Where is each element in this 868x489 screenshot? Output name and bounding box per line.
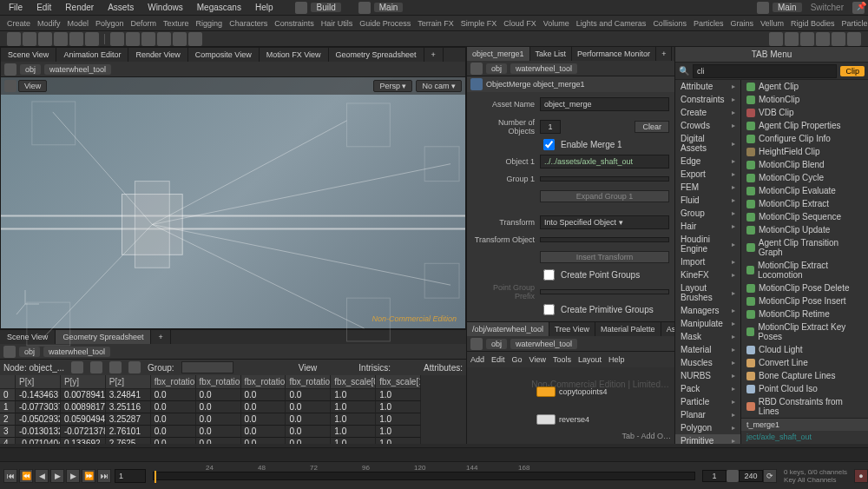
crumb-node[interactable]: waterwheel_tool (510, 339, 577, 349)
lock-icon[interactable] (727, 470, 739, 482)
tab-matpal[interactable]: Material Palette (595, 322, 661, 336)
column-header[interactable]: fbx_rotation[… (151, 375, 196, 389)
tabmenu-item[interactable]: HeightField Clip (741, 145, 868, 158)
tabmenu-item[interactable]: Configure Clip Info (741, 132, 868, 145)
tab-scene-view[interactable]: Scene View (1, 48, 56, 62)
menu-view[interactable]: View (529, 355, 546, 364)
realtime-toggle[interactable]: ⟳ (763, 469, 777, 483)
transform-object-value[interactable] (540, 237, 669, 242)
shelf-item[interactable]: Modify (34, 19, 64, 28)
column-header[interactable]: fbx_rotation[1] (196, 375, 241, 389)
autokey-button[interactable]: ● (854, 469, 868, 483)
category-item[interactable]: Pack▸ (675, 382, 740, 395)
tab-mfx[interactable]: Motion FX View (260, 48, 329, 62)
tabmenu-item[interactable]: MotionClip Blend (741, 158, 868, 171)
shelf-icon[interactable] (800, 32, 814, 46)
tabmenu-item[interactable]: Bone Capture Lines (741, 369, 868, 382)
timeline[interactable]: ⏮ ⏪ ◀ ▶ ▶ ⏩ ⏭ 24487296120144168 ⟳ 0 keys… (0, 461, 868, 489)
clear-button[interactable]: Clear (635, 121, 669, 133)
shelf-item[interactable]: Volume (540, 19, 573, 28)
expand-group-button[interactable]: Expand Group 1 (540, 190, 669, 202)
end-frame-input[interactable] (739, 470, 763, 482)
tabmenu-item[interactable]: Point Cloud Iso (741, 382, 868, 395)
menu-file[interactable]: File (3, 3, 28, 12)
cam-dropdown[interactable]: No cam ▾ (416, 80, 462, 92)
tabmenu-item[interactable]: RBD Constraints from Lines (741, 395, 868, 418)
menu-add[interactable]: Add (470, 355, 484, 364)
table-row[interactable]: 3-0.0130132-0.07213782.761010.00.00.00.0… (0, 426, 466, 438)
item-list[interactable]: Agent ClipMotionClipVDB ClipAgent Clip P… (741, 80, 868, 444)
shelf-row-1[interactable]: Create Modify Model Polygon Deform Textu… (0, 16, 868, 31)
shelf-item[interactable]: Characters (226, 19, 271, 28)
category-item[interactable]: Polygon▸ (675, 421, 740, 434)
prev-frame-button[interactable]: ◀ (35, 469, 49, 483)
table-row[interactable]: 2-0.05029320.05904943.252870.00.00.00.01… (0, 413, 466, 426)
next-key-button[interactable]: ⏩ (82, 469, 95, 483)
category-item[interactable]: Manipulate▸ (675, 317, 740, 330)
category-item[interactable]: Mask▸ (675, 330, 740, 343)
category-item[interactable]: Material▸ (675, 343, 740, 356)
vertex-icon[interactable] (90, 361, 102, 373)
object1-value[interactable]: ../../assets/axle_shaft_out (540, 155, 669, 169)
view-label[interactable]: View (299, 363, 318, 373)
detail-icon[interactable] (128, 361, 141, 373)
tabmenu-item[interactable]: Cloud Light (741, 343, 868, 356)
shelf-icon[interactable] (69, 32, 83, 46)
shelf-icon[interactable] (769, 32, 783, 46)
menu-render[interactable]: Render (60, 3, 99, 12)
shelf-item[interactable]: Particles (690, 19, 727, 28)
crumb-node[interactable]: waterwheel_tool (510, 63, 577, 74)
menu-go[interactable]: Go (512, 355, 523, 364)
transform-value[interactable]: Into Specified Object ▾ (540, 215, 669, 229)
menu-help[interactable]: Help (608, 355, 625, 364)
crumb-obj[interactable]: obj (486, 339, 507, 349)
eye-icon[interactable] (4, 80, 16, 92)
column-header[interactable]: fbx_rotation_2 (286, 375, 331, 389)
tab-composite[interactable]: Composite View (188, 48, 260, 62)
tab-geo-sheet[interactable]: Geometry Spreadsheet (329, 48, 424, 62)
column-header[interactable]: fbx_scale[0] (331, 375, 376, 389)
category-item[interactable]: Edge▸ (675, 155, 740, 168)
tabmenu-item[interactable]: Convert Line (741, 356, 868, 369)
tab-render-view[interactable]: Render View (128, 48, 187, 62)
shelf-item[interactable]: Guide Process (356, 19, 414, 28)
shelf-icon[interactable] (126, 32, 140, 46)
tab-add[interactable]: + (424, 48, 444, 62)
category-item[interactable]: Hair▸ (675, 220, 740, 233)
tab-add[interactable]: + (656, 47, 672, 61)
shelf-item[interactable]: Grains (727, 19, 757, 28)
menu-assets[interactable]: Assets (102, 3, 139, 12)
insert-transform-button[interactable]: Insert Transform (540, 251, 669, 263)
table-row[interactable]: 1-0.07730370.008981713.251160.00.00.00.0… (0, 401, 466, 413)
menu-megascans[interactable]: Megascans (192, 3, 247, 12)
shelf-item[interactable]: Constraints (271, 19, 318, 28)
menu-edit[interactable]: Edit (491, 355, 505, 364)
shelf-item[interactable]: Vellum (757, 19, 787, 28)
shelf-icon[interactable] (832, 32, 845, 46)
prim-groups-checkbox[interactable] (543, 304, 555, 315)
menu-layout[interactable]: Layout (578, 355, 602, 364)
shelf-item[interactable]: Simple FX (457, 19, 501, 28)
shelf-icon[interactable] (54, 32, 68, 46)
column-header[interactable] (0, 375, 16, 389)
shelf-icon[interactable] (785, 32, 799, 46)
enable-merge-checkbox[interactable] (543, 139, 555, 150)
intrisics-label[interactable]: Intrisics: (358, 363, 391, 373)
current-frame-input[interactable] (115, 469, 146, 483)
shelf-icon[interactable] (816, 32, 830, 46)
shelf-icon[interactable] (7, 32, 21, 46)
playhead[interactable] (155, 471, 156, 483)
category-item[interactable]: Fluid▸ (675, 194, 740, 207)
shelf-icon[interactable] (110, 32, 124, 46)
first-frame-button[interactable]: ⏮ (3, 469, 17, 483)
tab-take-list[interactable]: Take List (530, 47, 573, 61)
crumb-obj[interactable]: obj (20, 64, 41, 75)
spreadsheet-grid[interactable]: P[x]P[y]P[z]fbx_rotation[…fbx_rotation[1… (0, 375, 466, 444)
shelf-item[interactable]: Collisions (649, 19, 690, 28)
shelf-icon[interactable] (23, 32, 36, 46)
group1-value[interactable] (540, 176, 669, 182)
category-item[interactable]: Primitive▸ (675, 434, 740, 444)
category-item[interactable]: Houdini Engine▸ (675, 233, 740, 255)
tabmenu-item[interactable]: Agent Clip (741, 80, 868, 93)
tabmenu-search-input[interactable] (693, 64, 837, 78)
